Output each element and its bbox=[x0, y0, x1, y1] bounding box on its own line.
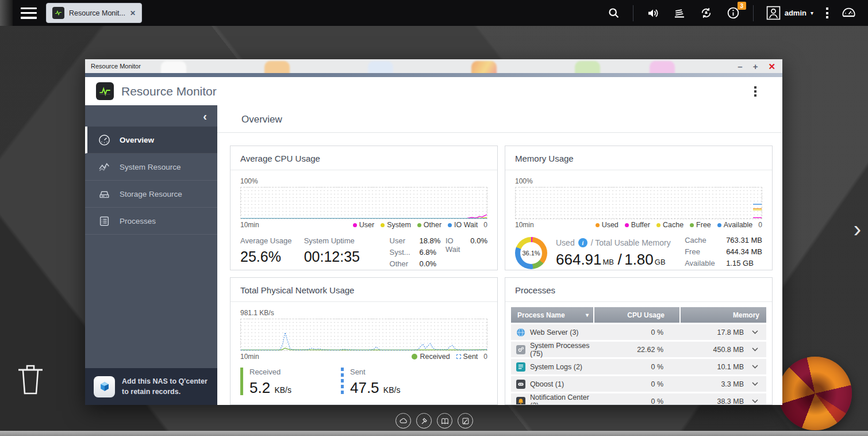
cpu-detail-list: User18.8% Syst...6.8% Other0.0% bbox=[390, 236, 445, 270]
blurred-desktop-icon bbox=[161, 61, 186, 73]
memory-legend: Used Buffer Cache Free Available bbox=[596, 221, 753, 229]
sidebar-item-overview[interactable]: Overview bbox=[85, 127, 217, 154]
legend-square-sent bbox=[456, 354, 461, 359]
sidebar: ‹ Overview System Resource Storage Resou… bbox=[85, 105, 217, 405]
cpu-chart-xlabel: 10min bbox=[240, 221, 259, 229]
user-menu[interactable]: admin ▾ bbox=[766, 6, 813, 20]
memory-used-label: Used bbox=[556, 238, 575, 247]
process-row-web-server[interactable]: Web Server (3) 0 % 17.8 MB bbox=[511, 324, 766, 340]
process-row-system-processes[interactable]: System Processes (75) 22.62 % 450.8 MB bbox=[511, 342, 766, 357]
system-logs-icon bbox=[516, 362, 525, 372]
cpu-usage-card: Average CPU Usage 100% 10min User System bbox=[230, 146, 498, 270]
expand-chevron-icon[interactable] bbox=[744, 399, 766, 403]
legend-dot-buffer bbox=[625, 223, 629, 227]
app-header: Resource Monitor bbox=[85, 77, 782, 105]
legend-dot-system bbox=[381, 223, 385, 227]
memory-used-total-value: 664.91MB / 1.80GB bbox=[556, 251, 671, 269]
process-row-system-logs[interactable]: System Logs (2) 0 % 10.1 MB bbox=[511, 359, 766, 374]
network-chart-xend: 0 bbox=[483, 353, 487, 361]
qcenter-note-line2: to retain records. bbox=[122, 388, 180, 396]
sidebar-item-label: System Resource bbox=[120, 163, 181, 171]
recycle-bin-icon[interactable] bbox=[16, 362, 45, 398]
main-content: Overview Average CPU Usage 100% 10min bbox=[217, 105, 782, 405]
sidebar-item-label: Storage Resource bbox=[120, 190, 182, 198]
legend-dot-used bbox=[596, 223, 600, 227]
expand-chevron-icon[interactable] bbox=[744, 382, 766, 386]
close-button[interactable]: ✕ bbox=[768, 62, 775, 71]
taskbar-divider bbox=[753, 5, 754, 21]
sidebar-item-system-resource[interactable]: System Resource bbox=[85, 154, 217, 181]
minimize-button[interactable]: – bbox=[738, 62, 742, 71]
main-menu-icon[interactable] bbox=[21, 7, 37, 19]
legend-dot-received bbox=[412, 354, 417, 359]
sent-stat: Sent 47.5 KB/s bbox=[341, 368, 400, 397]
expand-chevron-icon[interactable] bbox=[744, 347, 766, 351]
taskbar-tab-resource-monitor[interactable]: Resource Monit... ✕ bbox=[46, 3, 142, 23]
utilities-icon[interactable] bbox=[416, 413, 432, 429]
process-row-notification-center[interactable]: Notification Center (2) 0 % 38.3 MB bbox=[511, 393, 766, 405]
dashboard-icon[interactable] bbox=[841, 5, 857, 21]
expand-chevron-icon[interactable] bbox=[744, 330, 766, 334]
window-title: Resource Monitor bbox=[91, 63, 141, 70]
desktop-dock bbox=[395, 413, 473, 429]
tab-close-icon[interactable]: ✕ bbox=[130, 9, 136, 17]
web-server-icon bbox=[516, 328, 525, 337]
legend-dot-other bbox=[417, 223, 421, 227]
memory-used-percent: 36.1% bbox=[522, 250, 540, 257]
legend-dot-user bbox=[353, 223, 357, 227]
qboost-icon bbox=[516, 380, 525, 389]
maximize-button[interactable]: + bbox=[753, 62, 758, 71]
cloud-services-icon[interactable] bbox=[395, 413, 411, 429]
card-title: Processes bbox=[505, 278, 772, 302]
gauge-icon bbox=[98, 134, 110, 146]
notes-icon[interactable] bbox=[458, 413, 473, 429]
card-title: Memory Usage bbox=[505, 146, 772, 170]
info-icon[interactable]: i bbox=[578, 238, 587, 247]
network-chart-xlabel: 10min bbox=[240, 353, 259, 361]
manual-icon[interactable] bbox=[437, 413, 452, 429]
notification-badge: 3 bbox=[738, 2, 746, 10]
sidebar-item-storage-resource[interactable]: Storage Resource bbox=[85, 181, 217, 208]
memory-chart-xlabel: 10min bbox=[515, 221, 534, 229]
notification-center-icon bbox=[516, 397, 525, 406]
window-titlebar[interactable]: Resource Monitor – + ✕ bbox=[85, 59, 782, 73]
more-options-icon[interactable] bbox=[826, 7, 828, 18]
activity-icon bbox=[98, 161, 110, 173]
qcenter-icon bbox=[94, 376, 115, 397]
next-desktop-arrow[interactable]: › bbox=[854, 217, 861, 240]
process-list-icon bbox=[98, 215, 110, 227]
resource-monitor-icon bbox=[52, 7, 64, 19]
tab-label: Resource Monit... bbox=[69, 9, 125, 17]
cpu-chart-ymax: 100% bbox=[240, 177, 487, 185]
sidebar-item-label: Processes bbox=[120, 217, 156, 225]
taskbar-divider bbox=[633, 5, 633, 21]
sync-notification-icon[interactable] bbox=[699, 6, 713, 20]
cpu-legend: User System Other IO Wait bbox=[353, 221, 478, 229]
system-uptime-stat: System Uptime 00:12:35 bbox=[304, 236, 381, 270]
notifications-icon[interactable]: 3 bbox=[726, 6, 740, 20]
received-stat: Received 5.2 KB/s bbox=[240, 368, 291, 397]
process-row-qboost[interactable]: Qboost (1) 0 % 3.3 MB bbox=[511, 376, 766, 392]
app-title: Resource Monitor bbox=[121, 85, 217, 98]
volume-icon[interactable] bbox=[646, 6, 660, 20]
user-caret-icon: ▾ bbox=[811, 10, 813, 16]
wallpaper-logo bbox=[778, 357, 852, 430]
username-label: admin bbox=[785, 9, 806, 17]
processes-table-header: Process Name ▾ CPU Usage Memory bbox=[511, 307, 766, 323]
memory-chart-ymax: 100% bbox=[515, 177, 762, 185]
legend-dot-available bbox=[717, 223, 721, 227]
app-menu-icon[interactable] bbox=[754, 86, 756, 97]
search-icon[interactable] bbox=[608, 7, 620, 20]
network-legend: Received Sent bbox=[412, 353, 478, 361]
network-chart-ymax: 981.1 KB/s bbox=[240, 309, 487, 317]
qcenter-banner[interactable]: Add this NAS to Q'center to retain recor… bbox=[85, 368, 217, 405]
desktop: Resource Monit... ✕ 3 a bbox=[0, 0, 868, 436]
page-title: Overview bbox=[241, 114, 282, 125]
sidebar-item-processes[interactable]: Processes bbox=[85, 208, 217, 235]
background-tasks-icon[interactable] bbox=[673, 6, 686, 20]
sidebar-collapse-button[interactable]: ‹ bbox=[85, 105, 217, 127]
sort-caret-icon[interactable]: ▾ bbox=[586, 312, 589, 318]
resource-monitor-app-icon bbox=[96, 82, 114, 100]
taskbar-left-ledge bbox=[0, 0, 13, 26]
expand-chevron-icon[interactable] bbox=[744, 365, 766, 369]
